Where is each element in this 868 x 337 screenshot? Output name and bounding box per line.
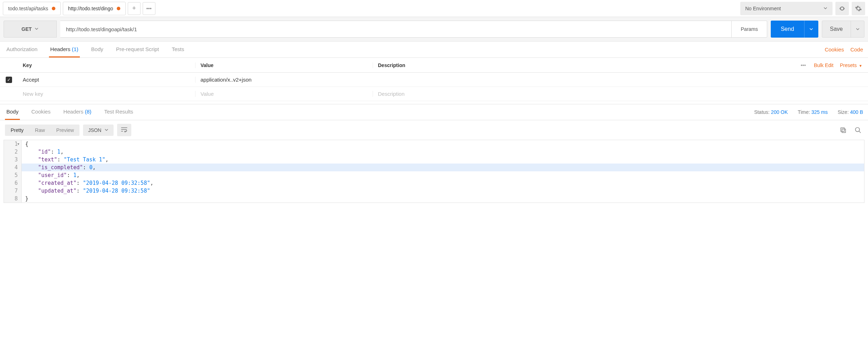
settings-button[interactable] bbox=[852, 2, 865, 15]
resp-tab-headers[interactable]: Headers (8) bbox=[62, 104, 93, 120]
new-key-input[interactable]: New key bbox=[18, 91, 195, 97]
chevron-down-icon bbox=[809, 27, 813, 31]
view-mode-raw[interactable]: Raw bbox=[29, 125, 51, 136]
save-button[interactable]: Save bbox=[822, 21, 864, 38]
eye-icon bbox=[839, 5, 846, 12]
header-actions: Bulk Edit Presets ▼ bbox=[814, 62, 868, 68]
response-meta: Status: 200 OK Time: 325 ms Size: 400 B bbox=[754, 109, 863, 115]
svg-rect-0 bbox=[842, 129, 846, 132]
gutter: 6 bbox=[4, 179, 22, 187]
gutter: 8 bbox=[4, 195, 22, 203]
response-body-code: 1▼ { 2 "id": 1, 3 "text": "Test Task 1",… bbox=[4, 140, 864, 203]
new-desc-input[interactable]: Description bbox=[373, 91, 868, 97]
body-toolbar: Pretty Raw Preview JSON bbox=[0, 120, 868, 140]
row-checkbox-wrap: ✓ bbox=[0, 77, 18, 83]
dirty-dot-icon bbox=[117, 7, 120, 10]
resp-tab-body[interactable]: Body bbox=[5, 104, 20, 120]
response-tabs: Body Cookies Headers (8) Test Results bbox=[5, 104, 134, 120]
header-value-cell[interactable]: application/x..v2+json bbox=[195, 77, 373, 83]
code-line-6: 6 "created_at": "2019-04-28 09:32:58", bbox=[4, 179, 864, 187]
code-line-1: 1▼ { bbox=[4, 140, 864, 148]
copy-button[interactable] bbox=[838, 125, 848, 135]
environment-preview-button[interactable] bbox=[835, 2, 849, 15]
environment-select[interactable]: No Environment bbox=[740, 2, 833, 15]
request-bar: GET Params Send Save bbox=[0, 17, 868, 42]
code-line-4: 4 "is_completed": 0, bbox=[4, 164, 864, 171]
tab-label: http://todo.test/dingo bbox=[68, 6, 113, 11]
chevron-down-icon bbox=[856, 27, 860, 31]
http-method-select[interactable]: GET bbox=[4, 21, 57, 38]
view-modes: Pretty Raw Preview bbox=[5, 125, 79, 136]
gutter: 2 bbox=[4, 148, 22, 156]
url-wrap: Params bbox=[60, 21, 767, 38]
gutter: 5 bbox=[4, 171, 22, 179]
top-bar: todo.test/api/tasks http://todo.test/din… bbox=[0, 0, 868, 17]
row-checkbox[interactable]: ✓ bbox=[6, 77, 12, 83]
view-mode-preview[interactable]: Preview bbox=[51, 125, 80, 136]
col-actions[interactable]: ••• bbox=[792, 62, 814, 68]
add-tab-button[interactable]: + bbox=[128, 2, 141, 15]
wrap-icon bbox=[121, 127, 128, 132]
save-dropdown[interactable] bbox=[851, 21, 864, 37]
tab-prerequest[interactable]: Pre-request Script bbox=[115, 42, 160, 57]
caret-down-icon: ▼ bbox=[859, 64, 862, 68]
col-value: Value bbox=[195, 62, 373, 68]
header-key-cell[interactable]: Accept bbox=[18, 77, 195, 83]
body-toolbar-right bbox=[838, 125, 863, 135]
presets-link[interactable]: Presets ▼ bbox=[840, 62, 862, 68]
headers-table: Key Value Description ••• Bulk Edit Pres… bbox=[0, 58, 868, 101]
header-row: ✓ Accept application/x..v2+json bbox=[0, 73, 868, 87]
environment-label: No Environment bbox=[745, 6, 781, 11]
header-new-row: New key Value Description bbox=[0, 87, 868, 101]
environment-area: No Environment bbox=[740, 2, 865, 15]
svg-point-2 bbox=[856, 127, 860, 132]
tab-headers-label: Headers bbox=[50, 46, 71, 52]
gear-icon bbox=[855, 5, 862, 12]
resp-tab-cookies[interactable]: Cookies bbox=[30, 104, 52, 120]
tab-item-1[interactable]: http://todo.test/dingo bbox=[63, 2, 126, 15]
resp-headers-label: Headers bbox=[63, 109, 83, 115]
url-input[interactable] bbox=[60, 21, 732, 38]
send-button[interactable]: Send bbox=[771, 21, 818, 38]
tab-item-0[interactable]: todo.test/api/tasks bbox=[3, 2, 61, 15]
tab-tests[interactable]: Tests bbox=[170, 42, 186, 57]
fold-icon[interactable]: ▼ bbox=[17, 140, 19, 148]
code-line-5: 5 "user_id": 1, bbox=[4, 171, 864, 179]
view-mode-pretty[interactable]: Pretty bbox=[5, 125, 29, 136]
copy-icon bbox=[840, 127, 847, 134]
svg-rect-1 bbox=[841, 128, 844, 131]
code-line-3: 3 "text": "Test Task 1", bbox=[4, 156, 864, 164]
body-toolbar-left: Pretty Raw Preview JSON bbox=[5, 124, 131, 136]
new-value-input[interactable]: Value bbox=[195, 91, 373, 97]
gutter: 7 bbox=[4, 187, 22, 195]
tab-overflow-button[interactable]: ••• bbox=[143, 2, 155, 15]
col-description: Description bbox=[373, 62, 792, 68]
time-meta: Time: 325 ms bbox=[798, 109, 828, 115]
resp-headers-count: (8) bbox=[85, 109, 91, 115]
send-dropdown[interactable] bbox=[804, 21, 818, 38]
tab-authorization[interactable]: Authorization bbox=[5, 42, 39, 57]
bulk-edit-link[interactable]: Bulk Edit bbox=[814, 62, 833, 68]
request-links: Cookies Code bbox=[825, 46, 863, 53]
search-icon bbox=[855, 127, 862, 134]
tab-label: todo.test/api/tasks bbox=[8, 6, 48, 11]
request-tabs-row: Authorization Headers (1) Body Pre-reque… bbox=[0, 42, 868, 58]
code-line-7: 7 "updated_at": "2019-04-28 09:32:58" bbox=[4, 187, 864, 195]
code-link[interactable]: Code bbox=[850, 46, 863, 53]
gutter: 1▼ bbox=[4, 140, 22, 148]
headers-count: (1) bbox=[72, 46, 78, 52]
format-select[interactable]: JSON bbox=[83, 125, 113, 136]
svg-line-3 bbox=[859, 131, 861, 133]
search-button[interactable] bbox=[853, 125, 863, 135]
chevron-down-icon bbox=[823, 6, 828, 11]
headers-table-head: Key Value Description ••• Bulk Edit Pres… bbox=[0, 58, 868, 73]
gutter: 4 bbox=[4, 164, 22, 171]
tab-headers[interactable]: Headers (1) bbox=[49, 42, 80, 57]
wrap-lines-button[interactable] bbox=[117, 124, 131, 136]
params-button[interactable]: Params bbox=[732, 21, 767, 38]
tab-body[interactable]: Body bbox=[90, 42, 105, 57]
cookies-link[interactable]: Cookies bbox=[825, 46, 844, 53]
code-line-2: 2 "id": 1, bbox=[4, 148, 864, 156]
resp-tab-test-results[interactable]: Test Results bbox=[103, 104, 135, 120]
method-label: GET bbox=[22, 26, 32, 32]
